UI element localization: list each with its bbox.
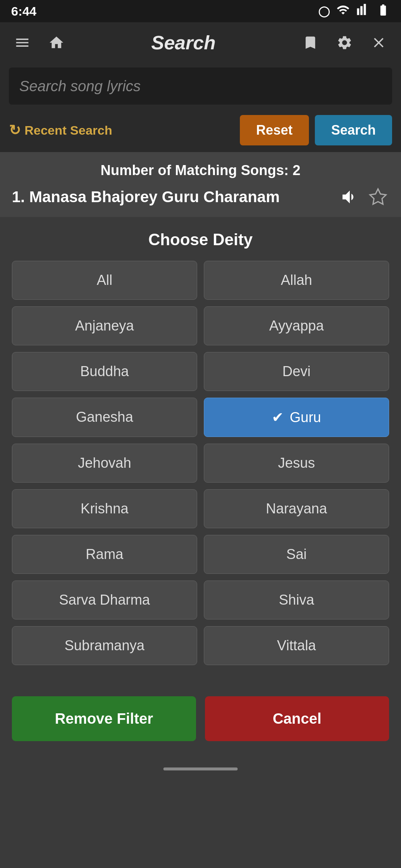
deity-btn-jehovah[interactable]: Jehovah	[12, 444, 197, 483]
status-bar: 6:44 ◯	[0, 0, 401, 22]
deity-btn-all[interactable]: All	[12, 261, 197, 300]
deity-label: Shiva	[279, 592, 314, 608]
bookmark-button[interactable]	[297, 29, 324, 56]
results-count: Number of Matching Songs: 2	[12, 162, 389, 178]
deity-btn-anjaneya[interactable]: Anjaneya	[12, 306, 197, 345]
deity-btn-allah[interactable]: Allah	[204, 261, 389, 300]
deity-btn-narayana[interactable]: Narayana	[204, 489, 389, 528]
deity-label: Devi	[282, 364, 310, 379]
menu-button[interactable]	[9, 29, 36, 56]
close-button[interactable]	[365, 29, 392, 56]
status-time: 6:44	[11, 4, 36, 19]
nav-bar: Search	[0, 22, 401, 63]
deity-label: Ganesha	[76, 409, 133, 425]
search-button[interactable]: Search	[315, 115, 392, 145]
deity-btn-ganesha[interactable]: Ganesha	[12, 398, 197, 437]
deity-btn-jesus[interactable]: Jesus	[204, 444, 389, 483]
signal-icon	[356, 3, 370, 19]
deity-label: Ayyappa	[269, 318, 324, 333]
recent-search-button[interactable]: ↻ Recent Search	[9, 122, 234, 138]
search-controls: ↻ Recent Search Reset Search	[0, 111, 401, 152]
deity-btn-krishna[interactable]: Krishna	[12, 489, 197, 528]
settings-button[interactable]	[331, 29, 358, 56]
deity-btn-subramanya[interactable]: Subramanya	[12, 626, 197, 665]
deity-label: Jesus	[278, 455, 315, 471]
home-indicator	[0, 760, 401, 778]
deity-section-title: Choose Deity	[12, 230, 389, 249]
deity-label: All	[97, 272, 112, 288]
deity-btn-sai[interactable]: Sai	[204, 535, 389, 574]
remove-filter-button[interactable]: Remove Filter	[12, 696, 196, 741]
svg-marker-0	[370, 189, 386, 204]
deity-btn-devi[interactable]: Devi	[204, 352, 389, 391]
status-icons: ◯	[318, 3, 390, 19]
deity-grid: AllAllahAnjaneyaAyyappaBuddhaDeviGanesha…	[12, 261, 389, 665]
song-title: 1. Manasa Bhajorey Guru Charanam	[12, 187, 333, 207]
deity-label: Krishna	[81, 501, 128, 516]
deity-label: Allah	[281, 272, 312, 288]
deity-section: Choose Deity AllAllahAnjaneyaAyyappaBudd…	[0, 217, 401, 689]
bottom-actions: Remove Filter Cancel	[0, 689, 401, 760]
sound-icon[interactable]	[339, 186, 361, 208]
deity-btn-ayyappa[interactable]: Ayyappa	[204, 306, 389, 345]
notification-icon: ◯	[318, 5, 330, 17]
deity-label: Guru	[290, 410, 321, 425]
deity-label: Narayana	[266, 501, 327, 516]
deity-label: Jehovah	[78, 455, 131, 471]
song-actions	[339, 186, 389, 208]
deity-label: Buddha	[80, 364, 129, 379]
song-item: 1. Manasa Bhajorey Guru Charanam	[12, 186, 389, 208]
page-title: Search	[77, 32, 290, 54]
recent-search-label: Recent Search	[25, 123, 112, 138]
deity-label: Subramanya	[65, 638, 144, 653]
favorite-icon[interactable]	[367, 186, 389, 208]
deity-btn-buddha[interactable]: Buddha	[12, 352, 197, 391]
deity-label: Sai	[286, 546, 307, 562]
wifi-icon	[336, 3, 350, 19]
deity-btn-sarva-dharma[interactable]: Sarva Dharma	[12, 581, 197, 619]
search-input[interactable]	[9, 68, 392, 105]
deity-label: Rama	[86, 546, 123, 562]
deity-label: Sarva Dharma	[59, 592, 150, 608]
song-index: 1.	[12, 188, 25, 206]
cancel-button[interactable]: Cancel	[205, 696, 389, 741]
deity-label: Anjaneya	[75, 318, 134, 333]
home-bar	[163, 767, 238, 770]
deity-btn-rama[interactable]: Rama	[12, 535, 197, 574]
results-section: Number of Matching Songs: 2 1. Manasa Bh…	[0, 152, 401, 217]
deity-btn-guru[interactable]: ✔Guru	[204, 398, 389, 437]
battery-icon	[376, 3, 390, 19]
check-icon: ✔	[272, 409, 284, 425]
home-button[interactable]	[43, 29, 70, 56]
deity-label: Vittala	[277, 638, 316, 653]
deity-btn-vittala[interactable]: Vittala	[204, 626, 389, 665]
recent-search-icon: ↻	[9, 122, 21, 138]
search-input-container	[0, 63, 401, 111]
deity-btn-shiva[interactable]: Shiva	[204, 581, 389, 619]
reset-button[interactable]: Reset	[240, 115, 309, 145]
song-name: Manasa Bhajorey Guru Charanam	[29, 188, 280, 206]
